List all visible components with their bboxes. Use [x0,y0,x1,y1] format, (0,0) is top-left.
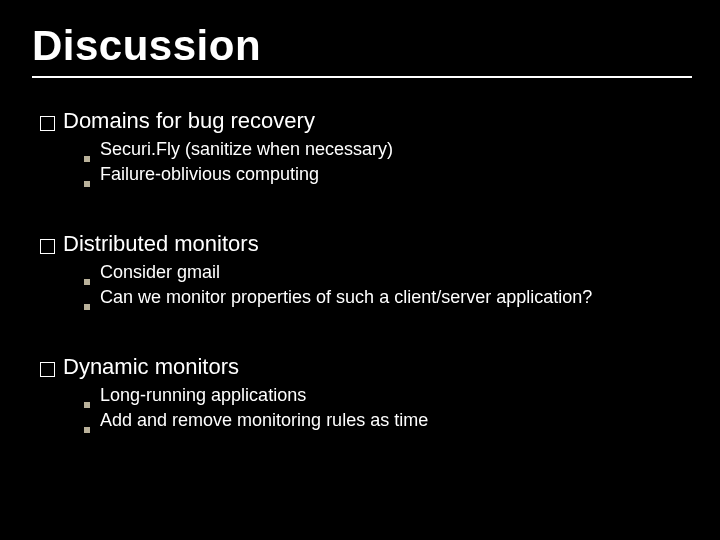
slide-title: Discussion [32,22,720,70]
square-bullet-icon [40,116,55,131]
square-subbullet-icon [84,304,90,310]
bullet-level2-text: Failure-oblivious computing [100,163,319,186]
bullet-level2-text: Add and remove monitoring rules as time [100,409,428,432]
bullet-level1: Dynamic monitors [40,354,680,380]
bullet-level2-text: Consider gmail [100,261,220,284]
bullet-level2: Failure-oblivious computing [84,163,680,186]
bullet-level2: Can we monitor properties of such a clie… [84,286,680,309]
bullet-level2: Consider gmail [84,261,680,284]
sub-list: Securi.Fly (sanitize when necessary) Fai… [40,138,680,185]
sub-list: Consider gmail Can we monitor properties… [40,261,680,308]
bullet-level2: Add and remove monitoring rules as time [84,409,680,432]
square-bullet-icon [40,239,55,254]
square-subbullet-icon [84,156,90,162]
bullet-level1-text: Domains for bug recovery [63,108,315,134]
bullet-level2-text: Long-running applications [100,384,306,407]
slide: Discussion Domains for bug recovery Secu… [0,0,720,540]
square-subbullet-icon [84,181,90,187]
bullet-level2-text: Securi.Fly (sanitize when necessary) [100,138,393,161]
bullet-level2-text: Can we monitor properties of such a clie… [100,286,592,309]
square-subbullet-icon [84,427,90,433]
square-subbullet-icon [84,402,90,408]
sub-list: Long-running applications Add and remove… [40,384,680,431]
bullet-level1: Distributed monitors [40,231,680,257]
title-area: Discussion [0,0,720,78]
square-subbullet-icon [84,279,90,285]
bullet-level2: Long-running applications [84,384,680,407]
bullet-level1-text: Distributed monitors [63,231,259,257]
bullet-level1: Domains for bug recovery [40,108,680,134]
slide-body: Domains for bug recovery Securi.Fly (san… [0,78,720,431]
square-bullet-icon [40,362,55,377]
bullet-level2: Securi.Fly (sanitize when necessary) [84,138,680,161]
bullet-level1-text: Dynamic monitors [63,354,239,380]
